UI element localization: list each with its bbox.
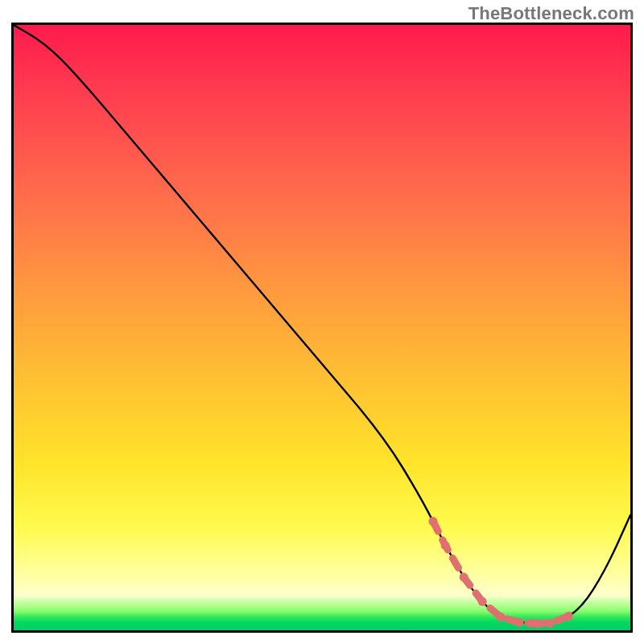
plot-area <box>11 23 633 633</box>
highlight-dot <box>515 618 524 627</box>
bottleneck-curve <box>14 25 630 623</box>
attribution-text: TheBottleneck.com <box>469 3 634 24</box>
highlight-dot <box>564 612 573 621</box>
highlight-segment <box>433 522 569 624</box>
highlight-dot <box>441 541 450 550</box>
highlight-dot <box>478 597 487 606</box>
highlight-dot <box>460 573 469 582</box>
highlight-dot <box>546 619 555 628</box>
curve-layer <box>14 25 630 630</box>
highlight-dot <box>527 619 536 628</box>
highlight-dot <box>497 613 506 621</box>
highlight-dots <box>428 517 573 628</box>
chart-frame: TheBottleneck.com <box>0 0 644 644</box>
highlight-dot <box>428 517 437 526</box>
